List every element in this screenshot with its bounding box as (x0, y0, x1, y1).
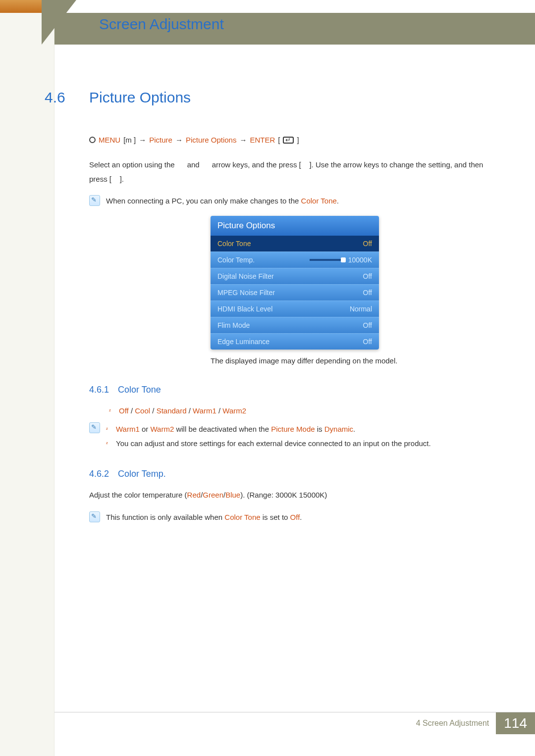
color-temp-paragraph: Adjust the color temperature (Red/Green/… (89, 488, 500, 503)
note-icon (89, 511, 100, 522)
osd-row: Digital Noise FilterOff (211, 268, 379, 284)
note-warm-deactivated: z Warm1 or Warm2 will be deactivated whe… (106, 422, 500, 436)
page-footer: 4 Screen Adjustment 114 (54, 712, 535, 734)
osd-row-label: MPEG Noise Filter (217, 289, 275, 297)
subsection-1-heading: 4.6.1 Color Tone (89, 385, 500, 395)
note-icon (89, 195, 100, 206)
osd-row: Edge LuminanceOff (211, 333, 379, 350)
osd-caption: The displayed image may differ depending… (211, 356, 500, 365)
osd-row-value: Off (363, 272, 372, 280)
chapter-title: Screen Adjustment (99, 16, 224, 33)
circle-icon (89, 137, 96, 143)
note-icon (89, 422, 100, 433)
enter-icon (283, 137, 294, 144)
osd-row-value: Off (363, 240, 372, 248)
osd-row-value: Normal (350, 305, 372, 313)
osd-row: MPEG Noise FilterOff (211, 284, 379, 301)
osd-row-label: Edge Luminance (217, 338, 269, 346)
osd-row: HDMI Black LevelNormal (211, 301, 379, 317)
path-picture: Picture (149, 136, 172, 144)
intro-paragraph: Select an option using the and arrow key… (89, 158, 500, 186)
osd-row-label: HDMI Black Level (217, 305, 272, 313)
osd-row-label: Digital Noise Filter (217, 272, 274, 280)
section-title: Picture Options (89, 89, 500, 106)
path-picture-options: Picture Options (186, 136, 237, 144)
osd-row-value: Off (363, 289, 372, 297)
corner-accent (0, 0, 42, 13)
section-number: 4.6 (45, 89, 65, 106)
subsection-2-heading: 4.6.2 Color Temp. (89, 469, 500, 479)
path-menu: MENU (99, 136, 120, 144)
page-number: 114 (496, 712, 535, 734)
slider-icon (310, 259, 344, 261)
note-external-devices: z You can adjust and store settings for … (106, 437, 500, 450)
color-tone-options: z Off / Cool / Standard / Warm1 / Warm2 (109, 404, 500, 417)
osd-menu: Picture Options Color ToneOffColor Temp.… (211, 216, 379, 350)
menu-path: MENU [m ] → Picture → Picture Options → … (89, 136, 500, 144)
osd-row-label: Flim Mode (217, 321, 250, 329)
osd-row: Color Temp.10000K (211, 252, 379, 268)
footer-chapter-num: 4 (416, 719, 421, 727)
osd-row: Color ToneOff (211, 236, 379, 252)
osd-row-label: Color Tone (217, 240, 251, 248)
osd-title: Picture Options (211, 216, 379, 236)
osd-row: Flim ModeOff (211, 317, 379, 333)
note-color-tone-off: This function is only available when Col… (106, 511, 302, 523)
footer-chapter-label: Screen Adjustment (423, 719, 489, 727)
osd-row-value: Off (363, 321, 372, 329)
osd-row-value: 10000K (348, 256, 372, 264)
note-pc-text: When connecting a PC, you can only make … (106, 195, 339, 207)
osd-row-value: Off (363, 338, 372, 346)
osd-row-label: Color Temp. (217, 256, 255, 264)
path-enter: ENTER (250, 136, 275, 144)
